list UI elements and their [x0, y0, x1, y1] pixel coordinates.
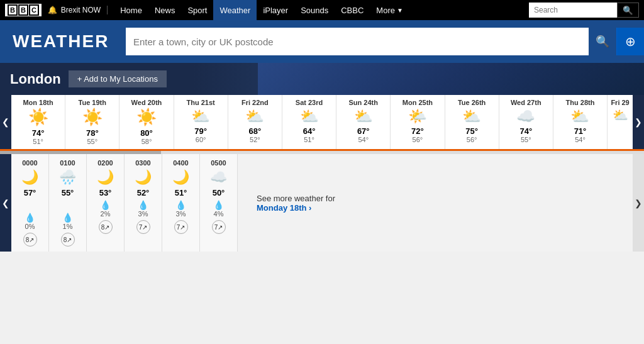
- cloud-moon-icon: 🌙: [128, 169, 158, 186]
- sun-icon: ☀️: [14, 108, 62, 127]
- day-strip: Mon 18th ☀️ 74° 51° Tue 19th ☀️ 78° 55° …: [11, 95, 633, 149]
- hour-temp2: 51°: [166, 188, 196, 197]
- nav-cbbc[interactable]: CBBC: [335, 0, 370, 20]
- sun-icon: ☀️: [122, 108, 170, 127]
- partly-cloudy-icon: ⛅: [556, 108, 604, 125]
- temp-low: 51°: [285, 136, 333, 143]
- temp-high: 80°: [122, 128, 170, 138]
- nav-sounds[interactable]: Sounds: [294, 0, 335, 20]
- day-item-fri22[interactable]: Fri 22nd ⛅ 68° 52°: [228, 95, 282, 149]
- temp-high: 74°: [502, 126, 550, 136]
- weather-search-button[interactable]: 🔍: [589, 28, 616, 55]
- hour-temp2: 53°: [91, 188, 120, 197]
- temp-high: 79°: [177, 126, 225, 136]
- prev-day-button[interactable]: ❮: [0, 95, 11, 149]
- day-label: Tue 19th: [68, 99, 116, 106]
- hour-col-0100: 0100 🌧️ 55° 💧 1% 8↗: [49, 154, 87, 252]
- hour-temp: 55°: [53, 188, 82, 197]
- next-hour-button[interactable]: ❯: [633, 154, 644, 252]
- nav-more[interactable]: More ▼: [370, 0, 409, 20]
- nav-news[interactable]: News: [148, 0, 182, 20]
- temp-high: 71°: [556, 126, 604, 136]
- precip-icon: 💧: [91, 200, 120, 210]
- day-label: Wed 27th: [502, 99, 550, 106]
- sun-icon: ☀️: [68, 108, 116, 127]
- precip-icon: 💧: [15, 213, 45, 223]
- nav-links: Home News Sport Weather iPlayer Sounds C…: [114, 0, 529, 20]
- breaking-news[interactable]: 🔔 Brexit NOW: [48, 6, 108, 14]
- temp-high: 64°: [285, 126, 333, 136]
- precip-icon: 💧: [128, 200, 158, 210]
- day-item-mon18[interactable]: Mon 18th ☀️ 74° 51°: [11, 95, 65, 149]
- nav-sport[interactable]: Sport: [181, 0, 213, 20]
- chevron-down-icon: ▼: [397, 7, 403, 14]
- add-location-button[interactable]: + Add to My Locations: [69, 70, 167, 87]
- precip-icon: 💧: [204, 200, 233, 210]
- day-item-wed20[interactable]: Wed 20th ☀️ 80° 58°: [119, 95, 174, 149]
- weather-search-form: 🔍 ⊕: [126, 28, 644, 55]
- day-item-thu28[interactable]: Thu 28th ⛅ 71° 54°: [553, 95, 608, 149]
- weather-search-input[interactable]: [126, 28, 589, 55]
- hour-label: 0200: [91, 159, 120, 167]
- precip-icon: 💧: [166, 200, 196, 210]
- weather-locate-button[interactable]: ⊕: [616, 28, 644, 55]
- bbc-logo[interactable]: B B C: [5, 4, 42, 16]
- day-label: Sun 24th: [339, 99, 387, 106]
- see-more-text: See more weather for: [257, 194, 335, 203]
- precip-value: 2%: [91, 210, 120, 218]
- hour-label: 0400: [166, 159, 196, 167]
- partly-cloudy-icon: ⛅: [177, 108, 225, 125]
- top-search-button[interactable]: 🔍: [617, 3, 639, 18]
- arrow-icon: ›: [309, 203, 311, 213]
- day-label: Mon 25th: [393, 99, 441, 106]
- wind-indicator: 7↗: [212, 220, 226, 234]
- day-label: Thu 21st: [177, 99, 225, 106]
- hour-col-0000: 0000 🌙 57° 💧 0% 8↗: [11, 154, 49, 252]
- next-day-button[interactable]: ❯: [633, 95, 644, 149]
- nav-weather[interactable]: Weather: [213, 0, 257, 20]
- precip-icon: 💧: [53, 213, 82, 223]
- hour-temp2: 50°: [204, 188, 233, 197]
- day-item-sat23[interactable]: Sat 23rd ⛅ 64° 51°: [282, 95, 336, 149]
- hour-temp: 57°: [15, 188, 45, 197]
- temp-high: 67°: [339, 126, 387, 136]
- partly-cloudy-icon: ⛅: [610, 108, 630, 123]
- sun-cloud-icon: 🌤️: [393, 108, 441, 125]
- see-more-link[interactable]: Monday 18th ›: [257, 203, 311, 213]
- nav-iplayer[interactable]: iPlayer: [257, 0, 294, 20]
- hour-col-0400: 0400 🌙 51° 💧 3% 7↗: [162, 154, 200, 252]
- wind-indicator: 8↗: [99, 220, 113, 234]
- temp-low: 55°: [68, 138, 116, 145]
- temp-low: 52°: [231, 136, 279, 143]
- precip-value: 3%: [128, 210, 158, 218]
- hour-col-0200: 0200 🌙 53° 💧 2% 8↗: [87, 154, 125, 252]
- cloud-light-icon: 🌧️: [53, 169, 82, 186]
- day-label: Fri 29: [610, 99, 630, 106]
- temp-low: 58°: [122, 138, 170, 145]
- day-item-sun24[interactable]: Sun 24th ⛅ 67° 54°: [336, 95, 391, 149]
- hour-col-0300: 0300 🌙 52° 💧 3% 7↗: [125, 154, 162, 252]
- weather-header: WEATHER 🔍 ⊕: [0, 20, 644, 63]
- location-name: London: [10, 71, 61, 87]
- wind-indicator: 8↗: [23, 233, 37, 247]
- day-item-thu21[interactable]: Thu 21st ⛅ 79° 60°: [174, 95, 228, 149]
- day-item-mon25[interactable]: Mon 25th 🌤️ 72° 56°: [391, 95, 445, 149]
- precip-value: 3%: [166, 210, 196, 218]
- prev-hour-button[interactable]: ❮: [0, 154, 11, 252]
- day-item-tue19[interactable]: Tue 19th ☀️ 78° 55°: [65, 95, 119, 149]
- temp-low: 55°: [502, 136, 550, 143]
- precip-value: 0%: [15, 223, 45, 230]
- nav-home[interactable]: Home: [114, 0, 148, 20]
- temp-high: 74°: [14, 128, 62, 138]
- temp-high: 72°: [393, 126, 441, 136]
- day-item-tue26[interactable]: Tue 26th ⛅ 75° 56°: [445, 95, 499, 149]
- wind-indicator: 7↗: [136, 220, 150, 234]
- hourly-section: ❮ 0000 🌙 57° 💧 0% 8↗ 0100 🌧️ 55° 💧 1% 8↗…: [0, 154, 644, 252]
- day-item-wed27[interactable]: Wed 27th ☁️ 74° 55°: [499, 95, 553, 149]
- top-search-input[interactable]: [529, 3, 617, 18]
- cloud-moon-icon: 🌙: [166, 169, 196, 186]
- top-navigation: B B C 🔔 Brexit NOW Home News Sport Weath…: [0, 0, 644, 20]
- breaking-news-label: Brexit NOW: [61, 6, 101, 14]
- temp-low: 51°: [14, 138, 62, 145]
- day-item-fri29[interactable]: Fri 29 ⛅: [608, 95, 633, 149]
